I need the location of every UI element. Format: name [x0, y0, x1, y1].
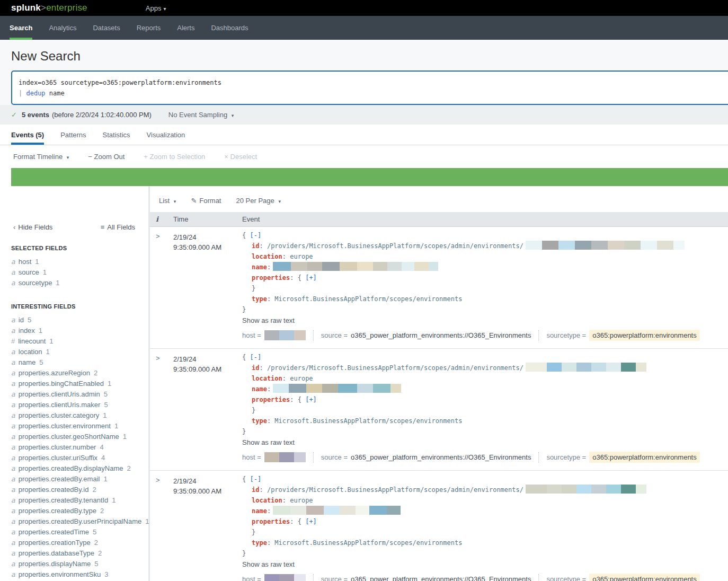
field-item-properties.createdTime[interactable]: aproperties.createdTime5	[0, 527, 148, 538]
event-time-cell[interactable]: 2/19/249:35:09.000 AM	[166, 227, 233, 348]
field-item-properties.createdBy.type[interactable]: aproperties.createdBy.type2	[0, 506, 148, 516]
field-item-properties.databaseType[interactable]: aproperties.databaseType2	[0, 548, 148, 559]
event-expand-toggle[interactable]: >	[150, 349, 166, 470]
source-field-value[interactable]: o365_power_platform_environments://O365_…	[351, 453, 531, 461]
string-field-icon: a	[11, 517, 15, 525]
field-name: properties.environmentSku	[19, 570, 101, 578]
zoom-out-button[interactable]: − Zoom Out	[88, 153, 125, 161]
field-name: properties.azureRegion	[19, 369, 90, 377]
field-name: properties.createdBy.id	[19, 486, 89, 494]
event-time-cell[interactable]: 2/19/249:35:09.000 AM	[166, 471, 233, 581]
field-item-properties.cluster.uriSuffix[interactable]: aproperties.cluster.uriSuffix4	[0, 453, 148, 463]
field-name: properties.displayName	[19, 560, 91, 568]
sourcetype-field-value[interactable]: o365:powerplatform:environments	[589, 452, 700, 463]
json-close-brace: }	[252, 529, 255, 536]
field-item-properties.cluster.number[interactable]: aproperties.cluster.number4	[0, 442, 148, 453]
field-item-properties.createdBy.userPrincipalName[interactable]: aproperties.createdBy.userPrincipalName1	[0, 516, 148, 527]
source-field-value[interactable]: o365_power_platform_environments://O365_…	[351, 575, 531, 581]
tab-events[interactable]: Events (5)	[11, 125, 44, 145]
nav-item-datasets[interactable]: Datasets	[93, 16, 120, 40]
field-count: 1	[103, 475, 107, 483]
field-item-properties.cluster.category[interactable]: aproperties.cluster.category1	[0, 410, 148, 421]
field-item-properties.clientUris.maker[interactable]: aproperties.clientUris.maker5	[0, 400, 148, 410]
redacted-block	[636, 485, 646, 494]
nav-item-analytics[interactable]: Analytics	[49, 16, 76, 40]
field-item-index[interactable]: aindex1	[0, 325, 148, 336]
field-item-location[interactable]: alocation1	[0, 347, 148, 357]
event-expand-toggle[interactable]: >	[150, 227, 166, 348]
show-as-raw-text-link[interactable]: Show as raw text	[242, 438, 728, 446]
string-field-icon: a	[11, 549, 15, 557]
event-expand-toggle[interactable]: >	[150, 471, 166, 581]
field-item-linecount[interactable]: #linecount1	[0, 336, 148, 347]
redacted-block	[322, 384, 338, 393]
per-page-menu[interactable]: 20 Per Page ▾	[236, 197, 280, 205]
apps-menu[interactable]: Apps▾	[146, 4, 166, 12]
chevron-right-icon: >	[156, 354, 160, 362]
all-fields-link[interactable]: ≡All Fields	[101, 223, 135, 231]
source-field-label: source =	[321, 453, 348, 461]
event-time-cell[interactable]: 2/19/249:35:09.000 AM	[166, 349, 233, 470]
nav-item-dashboards[interactable]: Dashboards	[211, 16, 248, 40]
field-count: 1	[35, 258, 39, 266]
field-item-properties.cluster.environment[interactable]: aproperties.cluster.environment1	[0, 421, 148, 432]
field-item-properties.azureRegion[interactable]: aproperties.azureRegion2	[0, 368, 148, 378]
json-colon: :	[267, 263, 271, 271]
tab-statistics[interactable]: Statistics	[103, 125, 130, 145]
timeline-histogram[interactable]	[11, 168, 728, 186]
nav-item-search[interactable]: Search	[10, 16, 32, 40]
json-line: { [-]	[242, 230, 728, 241]
sourcetype-field-value[interactable]: o365:powerplatform:environments	[589, 574, 700, 581]
json-line: properties: { [+]	[252, 394, 728, 405]
nav-item-alerts[interactable]: Alerts	[177, 16, 194, 40]
format-timeline-menu[interactable]: Format Timeline ▾	[13, 153, 69, 161]
field-item-sourcetype[interactable]: asourcetype1	[0, 278, 148, 288]
string-field-icon: a	[11, 464, 15, 472]
field-item-properties.creationType[interactable]: aproperties.creationType2	[0, 538, 148, 548]
sourcetype-field-value[interactable]: o365:powerplatform:environments	[589, 330, 700, 341]
json-line: id: /providers/Microsoft.BusinessAppPlat…	[252, 363, 728, 373]
field-name: properties.creationType	[19, 539, 91, 547]
field-item-id[interactable]: aid5	[0, 315, 148, 325]
field-separator	[313, 452, 314, 463]
json-line: type: Microsoft.BusinessAppPlatform/scop…	[252, 416, 728, 426]
tab-patterns[interactable]: Patterns	[60, 125, 86, 145]
collapse-json-link[interactable]: [-]	[250, 354, 261, 361]
event-sampling-menu[interactable]: No Event Sampling ▾	[168, 111, 234, 119]
field-item-properties.bingChatEnabled[interactable]: aproperties.bingChatEnabled1	[0, 378, 148, 389]
status-strip: ✓ 5 events (before 2/20/24 1:02:40.000 P…	[0, 105, 728, 125]
collapse-json-link[interactable]: [-]	[250, 476, 261, 483]
search-input[interactable]: index=o365 sourcetype=o365:powerplatform…	[11, 71, 728, 105]
json-close-brace: }	[242, 550, 246, 557]
field-item-name[interactable]: aname5	[0, 357, 148, 368]
field-item-properties.cluster.geoShortName[interactable]: aproperties.cluster.geoShortName1	[0, 432, 148, 442]
show-as-raw-text-link[interactable]: Show as raw text	[242, 316, 728, 324]
tab-visualization[interactable]: Visualization	[147, 125, 185, 145]
json-line: type: Microsoft.BusinessAppPlatform/scop…	[252, 294, 728, 304]
expand-json-link[interactable]: [+]	[305, 274, 317, 281]
list-view-menu[interactable]: List ▾	[159, 197, 176, 205]
field-count: 5	[93, 528, 96, 536]
event-count[interactable]: 5 events	[22, 111, 49, 119]
splunk-logo[interactable]: splunk>enterprise	[11, 3, 87, 13]
field-item-source[interactable]: asource1	[0, 267, 148, 278]
nav-item-reports[interactable]: Reports	[137, 16, 161, 40]
collapse-json-link[interactable]: [-]	[250, 232, 261, 239]
source-field-value[interactable]: o365_power_platform_environments://O365_…	[351, 331, 531, 339]
field-item-properties.createdBy.displayName[interactable]: aproperties.createdBy.displayName2	[0, 463, 148, 474]
field-count: 1	[112, 496, 116, 504]
format-menu[interactable]: ✎Format	[191, 197, 221, 205]
redacted-block	[289, 384, 306, 393]
hide-fields-link[interactable]: ‹Hide Fields	[13, 223, 52, 231]
field-item-properties.createdBy.tenantId[interactable]: aproperties.createdBy.tenantId1	[0, 495, 148, 506]
field-item-properties.createdBy.id[interactable]: aproperties.createdBy.id2	[0, 485, 148, 495]
json-open-brace: {	[242, 232, 250, 239]
field-item-host[interactable]: ahost1	[0, 257, 148, 267]
field-item-properties.displayName[interactable]: aproperties.displayName5	[0, 559, 148, 569]
field-item-properties.clientUris.admin[interactable]: aproperties.clientUris.admin5	[0, 389, 148, 400]
expand-json-link[interactable]: [+]	[305, 396, 317, 403]
field-item-properties.environmentSku[interactable]: aproperties.environmentSku3	[0, 569, 148, 580]
show-as-raw-text-link[interactable]: Show as raw text	[242, 560, 728, 568]
expand-json-link[interactable]: [+]	[305, 518, 317, 525]
field-item-properties.createdBy.email[interactable]: aproperties.createdBy.email1	[0, 474, 148, 485]
